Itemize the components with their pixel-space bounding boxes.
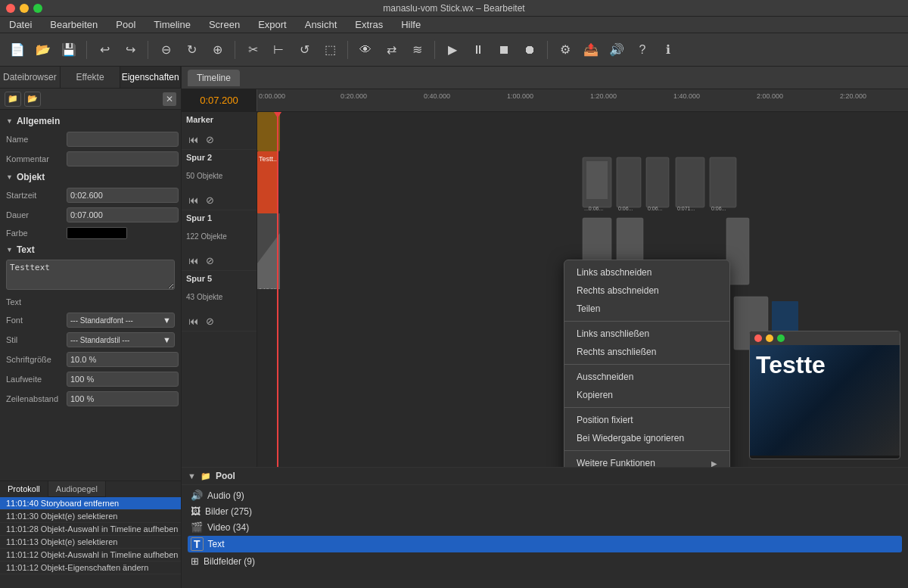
tab-protokoll[interactable]: Protokoll xyxy=(0,481,48,497)
minimize-button[interactable] xyxy=(20,4,29,13)
preview-minimize[interactable] xyxy=(766,334,773,342)
section-allgemein[interactable]: Allgemein xyxy=(0,113,181,129)
track-spur5-lock[interactable]: ⊘ xyxy=(203,314,216,328)
menu-ansicht[interactable]: Ansicht xyxy=(302,19,340,30)
tab-dateibrowser[interactable]: Dateibrowser xyxy=(0,67,61,88)
prop-dauer-label: Dauer xyxy=(6,210,67,219)
btn-plus[interactable]: ⊕ xyxy=(206,39,229,61)
prop-startzeit-input[interactable] xyxy=(67,188,179,203)
ctx-rechts-abschneiden[interactable]: Rechts abschneiden xyxy=(564,282,729,300)
open-button[interactable]: 📂 xyxy=(32,39,54,61)
tab-eigenschaften[interactable]: Eigenschaften xyxy=(120,67,181,88)
btn-cut[interactable]: ✂ xyxy=(241,39,264,61)
new-button[interactable]: 📄 xyxy=(6,39,29,61)
pool-video[interactable]: 🎬 Video (34) xyxy=(188,520,902,534)
tab-effekte[interactable]: Effekte xyxy=(61,67,121,88)
play-button[interactable]: ▶ xyxy=(441,39,464,61)
settings-button[interactable]: ⚙ xyxy=(554,39,577,61)
prop-schrift: Schriftgröße xyxy=(0,350,181,369)
pool-bildfelder[interactable]: ⊞ Bildfelder (9) xyxy=(188,554,902,568)
menubar: Datei Bearbeiten Pool Timeline Screen Ex… xyxy=(0,17,908,33)
section-text[interactable]: Text xyxy=(0,241,181,258)
export-btn[interactable]: 📤 xyxy=(580,39,602,61)
ctx-rechts-anschliessen[interactable]: Rechts anschließen xyxy=(564,343,729,361)
save-button[interactable]: 💾 xyxy=(58,39,80,61)
preview-close[interactable] xyxy=(754,334,762,342)
track-spur5-prev[interactable]: ⏮ xyxy=(186,314,200,328)
close-button[interactable] xyxy=(6,4,15,13)
btn-fx[interactable]: ⬚ xyxy=(319,39,341,61)
btn-move[interactable]: ⇄ xyxy=(380,39,403,61)
ctx-ausschneiden[interactable]: Ausschneiden xyxy=(564,368,729,386)
pool-text[interactable]: T Text xyxy=(188,536,902,552)
right-area: Timeline 0:07.200 0:00.000 0:20.000 0:40… xyxy=(182,67,908,588)
track-marker-prev[interactable]: ⏮ xyxy=(186,132,200,146)
maximize-button[interactable] xyxy=(33,4,42,13)
menu-extras[interactable]: Extras xyxy=(352,19,386,30)
track-spur2-lock[interactable]: ⊘ xyxy=(203,193,216,207)
svg-rect-13 xyxy=(710,157,736,207)
prop-zeilen: Zeilenabstand xyxy=(0,389,181,409)
menu-hilfe[interactable]: Hilfe xyxy=(398,19,424,30)
prop-font: Font --- Standardfont --- ▼ xyxy=(0,310,181,330)
menu-screen[interactable]: Screen xyxy=(206,19,243,30)
tab-audiopegel[interactable]: Audiopegel xyxy=(48,481,106,497)
stop-button[interactable]: ⏹ xyxy=(493,39,515,61)
ctx-position-fixiert[interactable]: Position fixiert xyxy=(564,411,729,429)
btn-wave[interactable]: ≋ xyxy=(406,39,428,61)
ruler-label-2: 0:40.000 xyxy=(424,92,450,100)
menu-bearbeiten[interactable]: Bearbeiten xyxy=(47,19,101,30)
btn-trim[interactable]: ⊢ xyxy=(267,39,290,61)
ctx-weitere[interactable]: Weitere Funktionen ▶ xyxy=(564,454,729,467)
timeline-header: Timeline xyxy=(182,67,908,89)
pool-audio[interactable]: 🔊 Audio (9) xyxy=(188,488,902,502)
record-button[interactable]: ⏺ xyxy=(518,39,541,61)
ctx-teilen[interactable]: Teilen xyxy=(564,300,729,318)
panel-close-btn[interactable]: ✕ xyxy=(163,92,176,106)
ctx-links-anschliessen[interactable]: Links anschließen xyxy=(564,325,729,343)
track-spur1-lock[interactable]: ⊘ xyxy=(203,254,216,267)
prop-lauf-input[interactable] xyxy=(67,372,179,387)
btn-loop[interactable]: ↻ xyxy=(180,39,203,61)
track-spur2-prev[interactable]: ⏮ xyxy=(186,193,200,207)
pool-bilder[interactable]: 🖼 Bilder (275) xyxy=(188,504,902,518)
pause-button[interactable]: ⏸ xyxy=(467,39,490,61)
info-btn[interactable]: ℹ xyxy=(657,39,679,61)
prop-font-select[interactable]: --- Standardfont --- ▼ xyxy=(67,313,175,328)
track-marker-lock[interactable]: ⊘ xyxy=(203,132,216,146)
menu-datei[interactable]: Datei xyxy=(6,19,35,30)
prop-dauer-input[interactable] xyxy=(67,207,179,222)
folder-new-btn[interactable]: 📁 xyxy=(5,92,21,107)
prop-kommentar-input[interactable] xyxy=(67,151,179,166)
speaker-btn[interactable]: 🔊 xyxy=(605,39,628,61)
audio-icon: 🔊 xyxy=(191,490,203,501)
track-header-spur5: Spur 5 43 Objekte ⏮ ⊘ xyxy=(182,271,257,331)
section-objekt[interactable]: Objekt xyxy=(0,169,181,185)
track-spur1-controls: ⏮ ⊘ xyxy=(186,254,252,267)
menu-timeline[interactable]: Timeline xyxy=(151,19,194,30)
undo-button[interactable]: ↩ xyxy=(93,39,116,61)
menu-export[interactable]: Export xyxy=(255,19,290,30)
ctx-links-abschneiden[interactable]: Links abschneiden xyxy=(564,263,729,282)
help-btn[interactable]: ? xyxy=(631,39,654,61)
text-textarea[interactable]: Testtext xyxy=(6,260,175,290)
menu-pool[interactable]: Pool xyxy=(113,19,138,30)
ctx-kopieren[interactable]: Kopieren xyxy=(564,386,729,404)
track-spur1-prev[interactable]: ⏮ xyxy=(186,254,200,267)
prop-schrift-input[interactable] xyxy=(67,352,179,367)
btn-eye[interactable]: 👁 xyxy=(354,39,377,61)
track-spur1-name: Spur 1 xyxy=(186,213,252,222)
btn-minus[interactable]: ⊖ xyxy=(154,39,177,61)
toolbar-sep-4 xyxy=(347,41,348,59)
prop-stil-select[interactable]: --- Standardstil --- ▼ xyxy=(67,332,175,347)
preview-maximize[interactable] xyxy=(777,334,785,342)
prop-zeilen-input[interactable] xyxy=(67,391,179,406)
folder-open-btn[interactable]: 📂 xyxy=(24,92,41,107)
ctx-ignorieren[interactable]: Bei Wiedergabe ignorieren xyxy=(564,429,729,447)
prop-farbe-swatch[interactable] xyxy=(67,227,127,239)
timeline-tab[interactable]: Timeline xyxy=(188,70,240,86)
pool-video-label: Video (34) xyxy=(207,522,249,533)
btn-undo2[interactable]: ↺ xyxy=(293,39,316,61)
prop-name-input[interactable] xyxy=(67,132,179,147)
redo-button[interactable]: ↪ xyxy=(119,39,141,61)
